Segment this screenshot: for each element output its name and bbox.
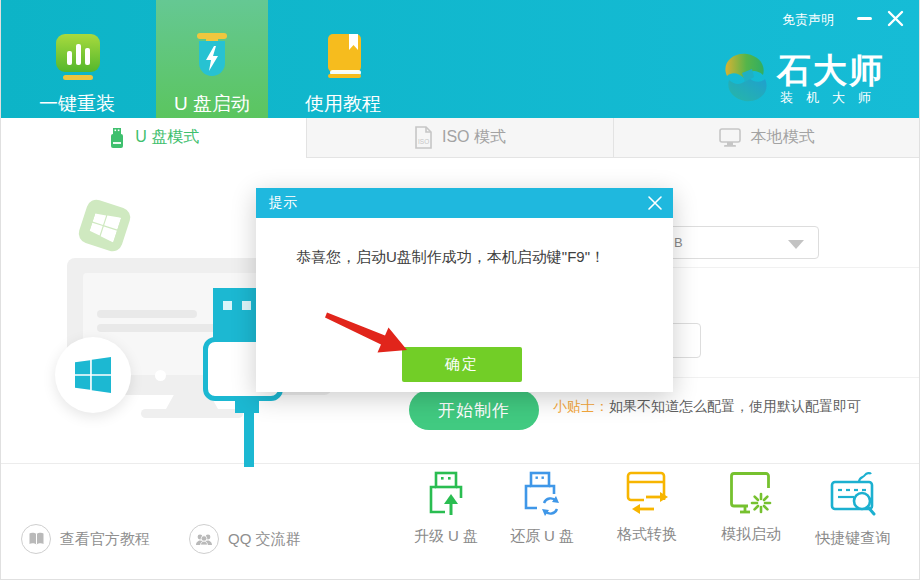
footer-divider xyxy=(1,463,919,464)
tool-label: 还原 U 盘 xyxy=(510,527,574,546)
dialog-title: 提示 xyxy=(269,194,297,212)
chart-icon xyxy=(54,33,102,81)
minimize-button[interactable] xyxy=(857,17,872,20)
tool-label: 快捷键查询 xyxy=(816,529,891,548)
dialog-header: 提示 xyxy=(256,188,673,218)
hotkey-search-icon xyxy=(829,470,877,520)
dialog-close-button[interactable] xyxy=(646,194,664,212)
tool-label: 格式转换 xyxy=(617,525,677,544)
usb-restore-icon xyxy=(520,470,564,518)
nav-item-one-key-reinstall[interactable]: 一键重装 xyxy=(21,0,133,118)
tip-text: 小贴士：如果不知道怎么配置，使用默认配置即可 xyxy=(553,398,861,416)
tool-hotkey-lookup[interactable]: 快捷键查询 xyxy=(798,470,908,548)
tab-label: ISO 模式 xyxy=(442,127,506,148)
ok-button[interactable]: 确定 xyxy=(402,347,522,382)
tip-label: 小贴士： xyxy=(553,398,609,414)
brand-title: 石大师 xyxy=(777,48,885,94)
usb-drive-select-value: B xyxy=(674,235,683,250)
tab-iso-mode[interactable]: ISO ISO 模式 xyxy=(306,118,612,158)
svg-text:ISO: ISO xyxy=(418,138,429,145)
format-convert-icon xyxy=(624,470,670,516)
nav-label: 使用教程 xyxy=(305,91,381,117)
app-window: 一键重装 U 盘启动 使用教程 免责声明 xyxy=(0,0,920,580)
usb-shield-icon xyxy=(194,31,230,83)
monitor-icon xyxy=(718,127,742,149)
tool-format-convert[interactable]: 格式转换 xyxy=(592,470,702,544)
nav-item-tutorial[interactable]: 使用教程 xyxy=(287,0,399,118)
usb-illustration-cable xyxy=(244,413,254,467)
start-make-button[interactable]: 开始制作 xyxy=(409,390,539,430)
app-header: 一键重装 U 盘启动 使用教程 免责声明 xyxy=(1,0,920,118)
windows-square-decoration xyxy=(76,197,133,254)
tool-label: 模拟启动 xyxy=(721,525,781,544)
dialog-message: 恭喜您，启动U盘制作成功，本机启动键"F9"！ xyxy=(296,248,605,267)
windows-flag-icon xyxy=(75,357,111,393)
tab-usb-mode[interactable]: U 盘模式 xyxy=(1,118,306,158)
iso-file-icon: ISO xyxy=(414,126,433,149)
mode-tabs: U 盘模式 ISO ISO 模式 本地模式 xyxy=(1,118,919,158)
usb-drive-icon xyxy=(108,127,126,149)
brand-subtitle: 装机大师 xyxy=(780,89,884,107)
link-label: 查看官方教程 xyxy=(60,530,150,549)
nav-item-usb-boot[interactable]: U 盘启动 xyxy=(156,0,268,118)
prompt-dialog: 提示 恭喜您，启动U盘制作成功，本机启动键"F9"！ 确定 xyxy=(256,188,673,392)
qq-group-link[interactable]: QQ 交流群 xyxy=(189,524,301,554)
usb-illustration-cap xyxy=(213,288,261,338)
disclaimer-link[interactable]: 免责声明 xyxy=(782,11,834,29)
link-label: QQ 交流群 xyxy=(228,530,301,549)
tool-restore-usb[interactable]: 还原 U 盘 xyxy=(487,470,597,546)
tool-simulate-boot[interactable]: 模拟启动 xyxy=(696,470,806,544)
windows-circle-badge xyxy=(55,337,131,413)
simulate-boot-icon xyxy=(728,470,774,516)
official-tutorial-link[interactable]: 查看官方教程 xyxy=(21,524,150,554)
tab-local-mode[interactable]: 本地模式 xyxy=(613,118,919,158)
windows-flag-icon xyxy=(88,209,121,242)
tool-upgrade-usb[interactable]: 升级 U 盘 xyxy=(391,470,501,546)
monitor-base xyxy=(141,409,243,418)
book-icon xyxy=(324,32,364,80)
chevron-down-icon xyxy=(788,240,804,249)
nav-label: 一键重装 xyxy=(39,91,115,117)
brand-logo-icon xyxy=(720,49,772,107)
nav-label: U 盘启动 xyxy=(174,91,250,117)
close-button[interactable] xyxy=(887,10,904,27)
tab-label: 本地模式 xyxy=(751,127,815,148)
usb-illustration-plug xyxy=(235,397,259,413)
tab-label: U 盘模式 xyxy=(135,127,199,148)
book-outline-icon xyxy=(21,524,51,554)
usb-upgrade-icon xyxy=(423,470,469,518)
tool-label: 升级 U 盘 xyxy=(414,527,478,546)
people-icon xyxy=(189,524,219,554)
